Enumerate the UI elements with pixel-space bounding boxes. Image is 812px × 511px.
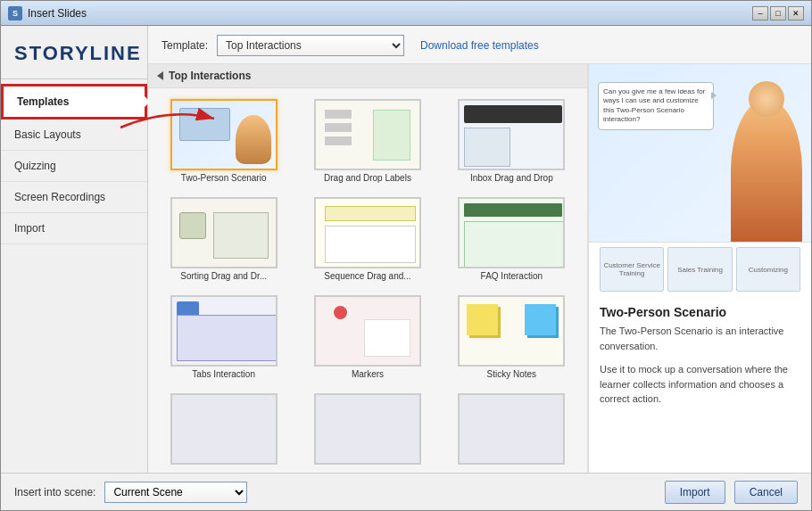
gallery-item-label-sticky: Sticky Notes [487,369,537,379]
gallery-item-label-sequence: Sequence Drag and... [324,271,410,281]
window-title: Insert Slides [28,7,752,20]
gallery-item-drag-drop-labels[interactable]: Drag and Drop Labels [299,95,435,186]
gallery-item-partial-2[interactable] [299,390,435,471]
template-label: Template: [162,39,208,52]
gallery-item-sequence[interactable]: Sequence Drag and... [299,194,435,284]
gallery-scroll[interactable]: Two-Person Scenario Drag and Drop Labels [148,88,587,473]
gallery-item-faq[interactable]: FAQ Interaction [443,194,580,284]
window-controls: – □ ✕ [752,6,804,21]
logo-text: STORYLINE [14,42,134,65]
gallery-grid: Two-Person Scenario Drag and Drop Labels [155,95,580,471]
sidebar-item-screen-recordings[interactable]: Screen Recordings [1,182,147,213]
preview-description-2: Use it to mock up a conversation where t… [589,362,811,416]
gallery-thumb-drag-drop-labels [314,99,421,170]
gallery-item-markers[interactable]: Markers [299,292,435,383]
gallery-item-label-faq: FAQ Interaction [481,271,543,281]
gallery-item-two-person[interactable]: Two-Person Scenario [155,95,292,186]
gallery-thumb-sticky [458,295,565,367]
gallery-item-label-sorting: Sorting Drag and Dr... [180,271,267,281]
gallery: Top Interactions Two-Person Scenario [148,64,588,473]
gallery-item-label-inbox: Inbox Drag and Drop [470,173,553,183]
gallery-item-inbox-drag-drop[interactable]: Inbox Drag and Drop [443,95,580,186]
thumb-sort-content [172,199,276,267]
gallery-item-sticky-notes[interactable]: Sticky Notes [443,292,580,383]
sidebar: STORYLINE Templates Basic Layouts Quizzi… [1,26,148,473]
gallery-thumb-tabs [170,295,278,367]
gallery-item-label-tabs: Tabs Interaction [192,369,255,379]
gallery-title: Top Interactions [169,70,251,82]
thumb-tps-content [172,101,276,169]
cancel-button[interactable]: Cancel [734,481,798,504]
import-button[interactable]: Import [665,481,725,504]
thumb-seq-content [316,199,419,267]
app-icon: S [8,6,22,21]
gallery-item-label-markers: Markers [352,369,384,379]
thumb-partial-1-content [172,395,276,463]
gallery-thumb-faq [458,197,565,268]
insert-into-scene-label: Insert into scene: [14,486,95,499]
preview-image: Can you give me a few ideas for ways I c… [589,64,811,243]
content-area: STORYLINE Templates Basic Layouts Quizzi… [1,26,811,473]
thumb-markers-content [316,297,419,365]
preview-sub-img-1: Customer Service Training [600,247,664,292]
sidebar-item-basic-layouts[interactable]: Basic Layouts [1,120,147,151]
gallery-thumb-inbox [458,99,565,170]
thumb-dnd-content [316,101,419,169]
gallery-thumb-sorting [170,197,278,268]
logo: STORYLINE [1,26,147,79]
gallery-item-tabs[interactable]: Tabs Interaction [155,292,292,383]
gallery-thumb-partial-3 [458,393,565,465]
thumb-faq-content [460,199,563,267]
preview-character [731,99,802,242]
preview-panel: Can you give me a few ideas for ways I c… [588,64,811,473]
gallery-item-label-drag-drop-labels: Drag and Drop Labels [324,173,411,183]
restore-button[interactable]: □ [770,6,786,21]
gallery-thumb-two-person [170,99,278,170]
template-dropdown[interactable]: Top Interactions Basic Layouts Quizzing … [217,35,404,56]
preview-speech-bubble: Can you give me a few ideas for ways I c… [598,82,714,130]
preview-bubble-text: Can you give me a few ideas for ways I c… [603,87,705,123]
footer: Insert into scene: Current Scene New Sce… [1,473,811,510]
preview-img-content: Can you give me a few ideas for ways I c… [589,64,811,242]
sidebar-nav: Templates Basic Layouts Quizzing Screen … [1,79,147,473]
preview-title: Two-Person Scenario [589,296,811,324]
gallery-thumb-markers [314,295,421,367]
download-free-templates-link[interactable]: Download free templates [420,39,539,52]
preview-sub-img-3: Customizing [736,247,800,292]
thumb-sticky-content [460,297,563,365]
sidebar-item-quizzing[interactable]: Quizzing [1,151,147,182]
preview-sub-images: Customer Service Training Sales Training… [589,243,811,296]
insert-slides-window: S Insert Slides – □ ✕ STORYLINE Template… [0,0,812,511]
thumb-inbox-content [460,101,563,169]
gallery-thumb-partial-1 [170,393,278,465]
main-header: Template: Top Interactions Basic Layouts… [148,26,811,64]
gallery-area: Top Interactions Two-Person Scenario [148,64,811,473]
thumb-partial-2-content [316,395,419,463]
gallery-item-sorting[interactable]: Sorting Drag and Dr... [155,194,292,284]
thumb-partial-3-content [460,395,563,463]
thumb-tabs-content [172,297,276,365]
back-arrow-icon[interactable] [157,71,163,80]
minimize-button[interactable]: – [752,6,768,21]
gallery-thumb-sequence [314,197,421,268]
gallery-item-partial-1[interactable] [155,390,292,471]
gallery-item-partial-3[interactable] [443,390,580,471]
main-content: Template: Top Interactions Basic Layouts… [148,26,811,473]
sidebar-item-import[interactable]: Import [1,213,147,244]
gallery-header: Top Interactions [148,64,587,88]
gallery-thumb-partial-2 [314,393,421,465]
title-bar: S Insert Slides – □ ✕ [1,1,811,26]
scene-dropdown[interactable]: Current Scene New Scene [104,482,247,503]
gallery-item-label-two-person: Two-Person Scenario [181,173,267,183]
sidebar-item-templates[interactable]: Templates [1,84,147,120]
close-button[interactable]: ✕ [788,6,804,21]
preview-description-1: The Two-Person Scenario is an interactiv… [589,324,811,362]
preview-sub-img-2: Sales Training [667,247,732,292]
